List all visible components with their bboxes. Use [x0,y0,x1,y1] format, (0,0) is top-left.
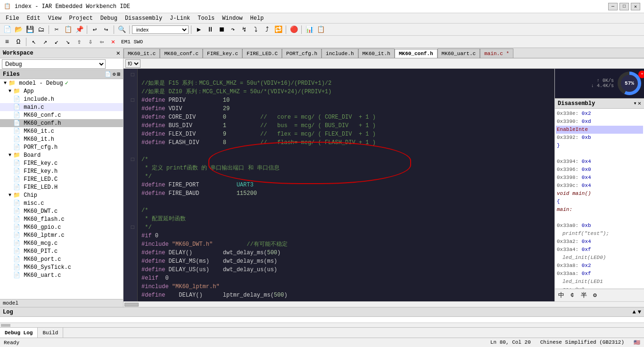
save-all-button[interactable]: 🗂 [36,24,46,35]
tab-fire-key-c[interactable]: FIRE_key.c [203,48,242,58]
tab-mk60it-h[interactable]: MK60_it.h [358,48,395,58]
tree-item-port-cfg[interactable]: 📄 PORT_cfg.h [0,143,123,151]
editor-hscroll[interactable] [124,301,644,307]
dis-icon-cent[interactable]: ¢ [567,290,578,300]
tree-item-fire-led-c[interactable]: 📄 FIRE_LED.C [0,175,123,183]
log-up-icon[interactable]: ▲ [633,309,636,315]
tree-group-board[interactable]: ▼ 📁 Board [0,151,123,159]
tree-item-port[interactable]: 📄 MK60_port.c [0,255,123,263]
log-scroller[interactable] [0,317,644,323]
mem-btn[interactable]: 📊 [304,24,314,35]
tree-group-chip[interactable]: ▼ 📁 Chip [0,191,123,199]
tb2-btn6[interactable]: ↘ [63,37,73,47]
tab-mk60conf-h[interactable]: MK60_conf.h [395,49,438,58]
target-combo[interactable]: index [132,25,189,34]
tree-item-lptmr[interactable]: 📄 MK60_lptmr.c [0,231,123,239]
tb2-btn5[interactable]: ↙ [51,37,62,47]
log-tab-build[interactable]: Build [38,328,63,338]
minimize-button[interactable]: — [608,3,618,10]
close-button[interactable]: ✕ [631,3,640,10]
menu-file[interactable]: File [2,14,23,23]
tree-item-uart[interactable]: 📄 MK60_uart.c [0,271,123,279]
undo-button[interactable]: ↩ [90,24,100,35]
tree-item-fire-led-h[interactable]: 📄 FIRE_LED.H [0,183,123,191]
maximize-button[interactable]: □ [619,3,629,10]
tab-mk60conf-c[interactable]: MK60_conf.c [160,48,203,58]
title-bar-controls[interactable]: — □ ✕ [608,3,640,10]
debug-btn6[interactable]: ⤵ [250,24,261,35]
menu-help[interactable]: Help [247,14,268,23]
tree-item-mcg[interactable]: 📄 MK60_mcg.c [0,239,123,247]
search-button[interactable]: 🔍 [116,24,127,35]
tb2-btn3[interactable]: ↖ [29,37,39,47]
files-expand-icon[interactable]: ⊞ [117,71,120,77]
tab-include-h[interactable]: include.h [322,48,358,58]
tb2-btn1[interactable]: ≡ [2,37,12,47]
tree-root[interactable]: ▼ 📁 model - Debug ✓ [0,79,123,87]
new-button[interactable]: 📄 [2,24,12,35]
tb2-btn8[interactable]: ⇩ [85,37,96,47]
tab-mk60uart-c[interactable]: MK60_uart.c [438,48,480,58]
dis-controls[interactable]: ▾ ✕ [634,100,641,107]
menu-debug[interactable]: Debug [97,14,121,23]
dis-icon-zh[interactable]: 中 [556,290,566,300]
tab-fire-led-c[interactable]: FIRE_LED.C [242,48,282,58]
code-editor[interactable]: □ □ □ [124,69,554,301]
bp-btn[interactable]: 🔴 [289,24,299,35]
redo-button[interactable]: ↪ [101,24,111,35]
tree-item-fire-key-c[interactable]: 📄 FIRE_key.c [0,159,123,167]
debug-btn4[interactable]: ↷ [228,24,238,35]
save-button[interactable]: 💾 [25,24,35,35]
log-down-icon[interactable]: ▼ [638,309,641,315]
log-hscroll-thumb[interactable] [1,324,10,327]
stop-debug-btn[interactable]: ✕ [108,37,118,47]
tree-item-flash[interactable]: 📄 MK60_flash.c [0,215,123,223]
debug-btn5[interactable]: ↯ [239,24,249,35]
tb2-btn9[interactable]: ⇦ [97,37,107,47]
tree-item-pit[interactable]: 📄 MK60_PIT.c [0,247,123,255]
menu-view[interactable]: View [44,14,66,23]
tb2-btn4[interactable]: ↗ [40,37,50,47]
tree-item-mk60conf-c[interactable]: 📄 MK60_conf.c [0,111,123,119]
tree-item-systick[interactable]: 📄 MK60_SysTick.c [0,263,123,271]
tree-item-misc[interactable]: 📄 misc.c [0,199,123,207]
log-hscroll[interactable] [0,323,644,327]
dis-icon-gear[interactable]: ⚙ [590,290,600,300]
dis-icon-half[interactable]: 半 [578,290,589,300]
dis-content[interactable]: 0x338e: 0x2 0x3390: 0xd EnableInte 0x339… [555,109,644,289]
tree-item-dwt[interactable]: 📄 MK60_DWT.c [0,207,123,215]
debug-btn7[interactable]: ⤴ [262,24,272,35]
tree-item-main-c[interactable]: 📄 main.c [0,103,123,111]
debug-btn1[interactable]: ▶ [194,24,204,35]
debug-select[interactable]: Debug [2,59,106,69]
copy-button[interactable]: 📋 [63,24,73,35]
debug-btn3[interactable]: ⏹ [216,24,227,35]
dis-close-icon[interactable]: ✕ [638,100,641,107]
debug-btn2[interactable]: ⏸ [205,24,215,35]
menu-jlink[interactable]: J-Link [166,14,194,23]
function-combo[interactable]: f0 [125,59,140,68]
debug-btn8[interactable]: 🔁 [273,24,283,35]
menu-edit[interactable]: Edit [23,14,44,23]
open-button[interactable]: 📂 [13,24,24,35]
paste-button[interactable]: 📌 [74,24,84,35]
menu-tools[interactable]: Tools [194,14,218,23]
reg-btn[interactable]: 📋 [315,24,326,35]
files-add-icon[interactable]: 📄 [105,71,111,77]
tree-item-include-h[interactable]: 📄 include.h [0,95,123,103]
tab-main-c[interactable]: main.c * [480,48,513,58]
tb2-btn2[interactable]: Ω [13,37,24,47]
menu-project[interactable]: Project [65,14,96,23]
tree-item-mk60it-h[interactable]: 📄 MK60_it.h [0,135,123,143]
tb2-btn7[interactable]: ⇧ [74,37,84,47]
tree-group-app[interactable]: ▼ 📁 App [0,87,123,95]
log-tab-debug[interactable]: Debug Log [0,328,38,338]
files-settings-icon[interactable]: ⚙ [113,71,116,77]
tab-port-cfg-h[interactable]: PORT_cfg.h [282,48,322,58]
tree-item-mk60it-c[interactable]: 📄 MK60_it.c [0,127,123,135]
menu-window[interactable]: Window [218,14,246,23]
tree-item-fire-key-h[interactable]: 📄 FIRE_key.h [0,167,123,175]
dis-chevron-icon[interactable]: ▾ [634,100,637,107]
workspace-close-button[interactable]: ✕ [116,49,120,57]
tab-mk60it-c[interactable]: MK60_it.c [124,48,160,58]
